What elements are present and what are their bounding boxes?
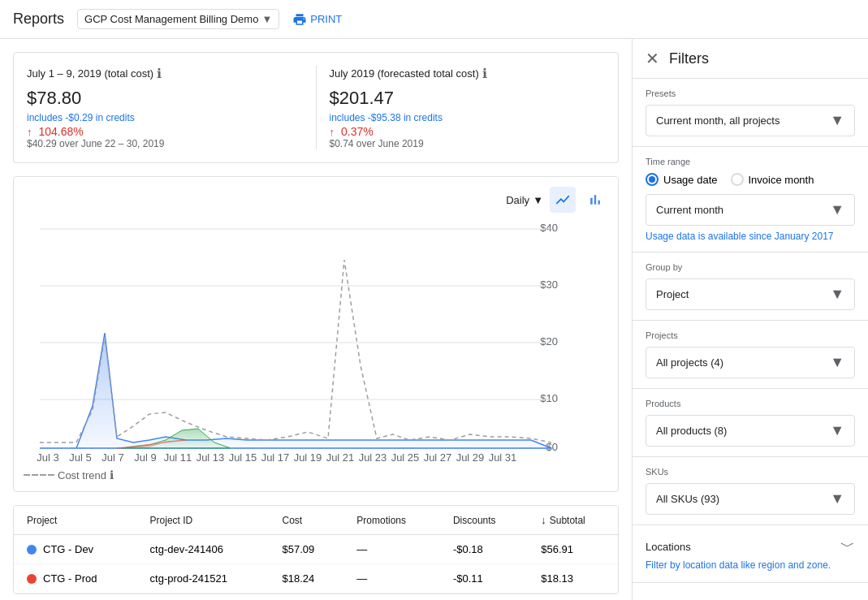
usage-hint: Usage data is available since January 20… xyxy=(646,231,855,242)
current-month-value: Current month xyxy=(656,204,723,216)
card2-help-icon[interactable]: ℹ xyxy=(482,66,487,81)
locations-header[interactable]: Locations ﹀ xyxy=(646,537,855,556)
summary-card-2: July 2019 (forecasted total cost) ℹ $201… xyxy=(330,66,606,149)
card2-change: ↑ 0.37% xyxy=(330,125,606,138)
svg-text:Jul 7: Jul 7 xyxy=(101,451,123,463)
daily-select[interactable]: Daily ▼ xyxy=(506,194,543,206)
line-chart-button[interactable] xyxy=(550,187,576,213)
cell-cost: $18.24 xyxy=(270,564,344,594)
svg-text:Jul 9: Jul 9 xyxy=(134,451,156,463)
products-dropdown-icon: ▼ xyxy=(830,422,844,439)
invoice-month-radio[interactable]: Invoice month xyxy=(731,173,814,186)
filters-header: ✕ Filters xyxy=(633,39,868,79)
presets-label: Presets xyxy=(646,88,855,98)
skus-dropdown-icon: ▼ xyxy=(830,490,844,507)
time-range-section: Time range Usage date Invoice month Curr… xyxy=(633,147,868,253)
cell-discounts: -$0.11 xyxy=(440,564,528,594)
products-select[interactable]: All products (8) ▼ xyxy=(646,416,854,446)
bar-chart-button[interactable] xyxy=(582,187,608,213)
legend-dash-2 xyxy=(32,474,38,476)
print-button[interactable]: PRINT xyxy=(292,12,342,27)
legend-dash-1 xyxy=(24,474,30,476)
legend-help-icon[interactable]: ℹ xyxy=(110,468,114,481)
time-range-radio-group: Usage date Invoice month xyxy=(646,173,855,186)
project-selector[interactable]: GCP Cost Management Billing Demo ▼ xyxy=(77,9,279,29)
table-header-row: Project Project ID Cost Promotions Disco… xyxy=(14,506,618,535)
products-fieldset: All products (8) ▼ xyxy=(646,415,855,447)
col-project: Project xyxy=(14,506,137,535)
current-month-select[interactable]: Current month ▼ xyxy=(646,195,854,225)
bar-chart-icon xyxy=(587,192,603,208)
usage-date-radio[interactable]: Usage date xyxy=(646,173,718,186)
print-icon xyxy=(292,12,307,27)
table-row: CTG - Dev ctg-dev-241406 $57.09 — -$0.18… xyxy=(14,535,618,564)
card2-up-icon: ↑ xyxy=(330,126,335,138)
projects-fieldset: All projects (4) ▼ xyxy=(646,347,855,378)
presets-section: Presets Current month, all projects ▼ xyxy=(633,79,868,147)
group-by-value: Project xyxy=(656,288,689,300)
group-by-section: Group by Project ▼ xyxy=(633,253,868,321)
svg-text:Jul 19: Jul 19 xyxy=(294,451,322,463)
projects-select[interactable]: All projects (4) ▼ xyxy=(646,347,854,378)
card2-pct: 0.37% xyxy=(341,125,374,138)
filters-title: Filters xyxy=(669,50,709,67)
filters-panel: ✕ Filters Presets Current month, all pro… xyxy=(633,39,868,600)
card1-credits: includes -$0.29 in credits xyxy=(27,112,303,123)
app-title: Reports xyxy=(13,11,64,28)
current-month-fieldset: Current month ▼ Usage data is available … xyxy=(646,194,855,242)
credits-header[interactable]: Credits ﹀ xyxy=(646,594,855,600)
projects-value: All projects (4) xyxy=(656,356,723,369)
svg-text:Jul 21: Jul 21 xyxy=(326,451,355,463)
skus-select[interactable]: All SKUs (93) ▼ xyxy=(646,484,854,514)
svg-text:$20: $20 xyxy=(540,335,558,347)
chart-legend: Cost trend ℹ xyxy=(24,468,608,481)
data-table: Project Project ID Cost Promotions Disco… xyxy=(13,505,619,594)
presets-select[interactable]: Current month, all projects ▼ xyxy=(646,106,854,136)
legend-dash-4 xyxy=(48,474,54,476)
card1-over: $40.29 over June 22 – 30, 2019 xyxy=(27,138,303,149)
locations-hint: Filter by location data like region and … xyxy=(646,559,855,571)
card1-amount: $78.80 xyxy=(27,88,303,109)
cost-chart: $40 $30 $20 $10 $0 xyxy=(24,219,592,463)
close-icon[interactable]: ✕ xyxy=(646,49,659,68)
usage-date-radio-circle xyxy=(646,173,659,186)
col-promotions: Promotions xyxy=(343,506,440,535)
summary-card-1: July 1 – 9, 2019 (total cost) ℹ $78.80 i… xyxy=(27,66,303,149)
card1-pct: 104.68% xyxy=(39,125,84,138)
line-chart-icon xyxy=(555,192,571,208)
time-range-label: Time range xyxy=(646,157,855,166)
presets-dropdown-icon: ▼ xyxy=(830,112,844,129)
project-name: CTG - Dev xyxy=(43,543,93,555)
legend-dash-3 xyxy=(40,474,46,476)
card1-help-icon[interactable]: ℹ xyxy=(157,66,162,81)
group-by-select[interactable]: Project ▼ xyxy=(646,279,854,309)
skus-fieldset: All SKUs (93) ▼ xyxy=(646,483,855,515)
group-by-label: Group by xyxy=(646,262,855,272)
daily-chevron-icon: ▼ xyxy=(533,194,543,206)
card1-up-icon: ↑ xyxy=(27,126,32,138)
locations-section: Locations ﹀ Filter by location data like… xyxy=(633,525,868,583)
project-name: GCP Cost Management Billing Demo xyxy=(84,13,258,25)
svg-text:Jul 5: Jul 5 xyxy=(69,451,91,463)
col-discounts: Discounts xyxy=(440,506,528,535)
app-header: Reports GCP Cost Management Billing Demo… xyxy=(0,0,868,39)
svg-text:Jul 31: Jul 31 xyxy=(489,451,517,463)
project-dot-icon xyxy=(27,545,37,555)
col-subtotal: ↓ Subtotal xyxy=(528,506,618,535)
locations-chevron-icon: ﹀ xyxy=(840,537,855,556)
products-section: Products All products (8) ▼ xyxy=(633,389,868,457)
svg-text:Jul 25: Jul 25 xyxy=(391,451,420,463)
col-project-id: Project ID xyxy=(137,506,270,535)
invoice-month-radio-circle xyxy=(731,173,744,186)
daily-label: Daily xyxy=(506,194,529,206)
cell-project: CTG - Dev xyxy=(14,535,137,564)
presets-value: Current month, all projects xyxy=(656,114,779,127)
card1-change: ↑ 104.68% xyxy=(27,125,303,138)
svg-text:$40: $40 xyxy=(540,222,558,234)
locations-title: Locations xyxy=(646,541,691,553)
card2-title: July 2019 (forecasted total cost) ℹ xyxy=(330,66,606,81)
cell-project-id: ctg-prod-241521 xyxy=(137,564,270,594)
svg-text:$30: $30 xyxy=(540,278,558,291)
svg-text:Jul 11: Jul 11 xyxy=(164,451,192,463)
chart-area: Daily ▼ $40 $30 $20 $10 $0 xyxy=(13,176,619,492)
